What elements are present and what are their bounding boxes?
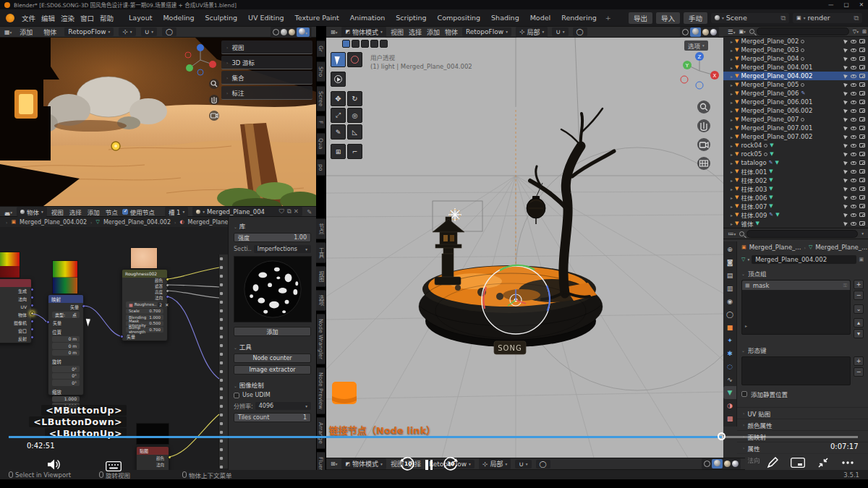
menu-item[interactable]: 添加 — [427, 27, 440, 37]
outliner-row[interactable]: ▸ ▼ Merged_Plane_002 ✎ ▼ — [723, 37, 868, 46]
outliner-row[interactable]: ▸ ▼ Merged_Plane_004.001 ✎ ▼ — [723, 63, 868, 72]
properties-tab[interactable]: ✦ — [723, 334, 736, 347]
mode-icon-weight[interactable] — [380, 40, 388, 48]
value-slot[interactable]: 0 m — [52, 336, 80, 343]
paint-panel-title[interactable]: ⌄ 图像绘制 — [234, 380, 311, 389]
mode-dropdown[interactable]: ◩物体模式▾ — [341, 458, 386, 469]
value-row[interactable]: Bump strength0.700 — [126, 327, 163, 333]
menu-item[interactable]: 渲染 — [58, 13, 77, 23]
hide-viewport-icon[interactable] — [851, 222, 856, 226]
value-slot[interactable]: 0° — [52, 380, 80, 386]
menu-item[interactable]: 添加 — [88, 207, 100, 216]
clipped-node[interactable]: 贴图 颜色法向 — [136, 446, 169, 470]
side-tab[interactable]: 工具 — [316, 242, 326, 263]
workspace-tab[interactable]: Layout — [124, 12, 157, 24]
workspace-tab[interactable]: Rendering — [556, 12, 602, 24]
selectable-toggle-icon[interactable] — [843, 134, 848, 139]
image-selector[interactable]: ▦Roughnes..2✕ — [126, 301, 163, 308]
blender-menu-icon[interactable] — [6, 14, 14, 22]
orientation-dropdown[interactable]: ⊹▾ — [119, 27, 135, 36]
miniplayer-button[interactable] — [817, 457, 829, 468]
orientation-dropdown[interactable]: ⊹局部▾ — [516, 27, 548, 38]
outliner-row[interactable]: ▸ ▼ Merged_Plane_007.001 ✎ ▼ — [723, 124, 868, 132]
skip-back-button[interactable]: 10 — [399, 455, 415, 471]
side-tab[interactable]: Node Wrangler — [317, 314, 326, 364]
outliner-row[interactable]: ▸ ▼ Merged_Plane_006 ✎ ▼ — [723, 89, 868, 98]
selectable-toggle-icon[interactable] — [843, 47, 848, 52]
hide-render-icon[interactable] — [859, 195, 865, 200]
outliner-row[interactable]: ▸ ▼ Merged_Plane_007 ✎ ▼ — [723, 115, 868, 124]
properties-tab[interactable]: ◙ — [723, 256, 736, 269]
hide-viewport-icon[interactable] — [851, 153, 856, 156]
select-box-tool[interactable] — [331, 52, 346, 67]
selectable-toggle-icon[interactable] — [843, 203, 848, 208]
hide-render-icon[interactable] — [859, 134, 865, 139]
outliner-row[interactable]: ▸ ▼ Merged_Plane_004.002 ✎ ▼ — [723, 72, 868, 80]
use-nodes-toggle[interactable]: 使用节点 — [122, 207, 155, 216]
hide-viewport-icon[interactable] — [851, 161, 856, 165]
outliner-row[interactable]: ▸ ▼ Merged_Plane_003 ✎ ▼ — [723, 46, 868, 54]
mode-icon-paint[interactable] — [370, 40, 378, 48]
slot-dropdown[interactable]: 槽 1▾ — [165, 207, 188, 217]
side-tab[interactable]: Node Preview — [317, 367, 326, 414]
wireframe-shading-icon[interactable] — [682, 29, 689, 35]
hide-viewport-icon[interactable] — [851, 92, 856, 95]
rendered-shading-icon[interactable] — [710, 29, 717, 35]
hide-viewport-icon[interactable] — [851, 179, 856, 182]
side-tab[interactable]: 节点 — [316, 218, 326, 239]
import-button[interactable]: 导入 — [656, 12, 680, 24]
properties-tab[interactable]: ▤ — [723, 269, 736, 282]
properties-tab[interactable]: ∿ — [723, 373, 736, 386]
view-layer-selector[interactable]: ▣▾render⧉ — [793, 13, 862, 23]
menu-item[interactable]: 窗口 — [77, 13, 97, 23]
orientation-dropdown[interactable]: ⊹局部▾ — [479, 458, 511, 469]
material-shading-icon[interactable] — [702, 29, 709, 35]
move-tool[interactable]: ✥ — [331, 91, 346, 106]
selectable-toggle-icon[interactable] — [843, 73, 848, 78]
editor-type-icon[interactable]: ⊞▾ — [331, 29, 337, 35]
selectable-toggle-icon[interactable] — [843, 125, 848, 130]
selectable-toggle-icon[interactable] — [843, 38, 848, 43]
proportional-edit-toggle[interactable]: ◯ — [536, 460, 550, 468]
hide-viewport-icon[interactable] — [851, 109, 856, 113]
hide-render-icon[interactable] — [859, 117, 865, 121]
hide-render-icon[interactable] — [859, 204, 865, 208]
side-tab[interactable]: 视图 — [316, 266, 326, 287]
hide-render-icon[interactable] — [859, 48, 865, 52]
viewport-nav-icons[interactable] — [207, 78, 221, 123]
add-cube-tool[interactable]: ⊞ — [331, 144, 346, 159]
outliner-row[interactable]: ▸ ▼ 锥体 ✎ ▼ — [723, 219, 868, 228]
solid-shading-active[interactable] — [690, 27, 701, 37]
material-shading-icon[interactable] — [289, 29, 295, 35]
vertex-groups-title[interactable]: ⌄顶点组 — [741, 269, 864, 278]
rendered-shading-active[interactable]: ▾ — [297, 27, 310, 37]
remove-shape-key-button[interactable]: − — [854, 367, 864, 377]
outliner-row[interactable]: ▸ ▼ tatalogo ✎ ▼ — [723, 158, 868, 167]
menu-item[interactable]: 节点 — [106, 207, 118, 216]
filter-icon[interactable]: ▽▾ — [853, 29, 859, 35]
side-tab[interactable]: Sho — [317, 61, 326, 82]
editor-type-icon[interactable]: ▦▾ — [4, 29, 12, 35]
more-options-button[interactable] — [841, 461, 854, 465]
rest-position-toggle[interactable]: 添加静置位置 — [741, 390, 864, 398]
hide-render-icon[interactable] — [859, 178, 865, 182]
maximize-button[interactable]: □ — [844, 1, 849, 8]
outliner-search-input[interactable] — [757, 27, 849, 35]
hide-render-icon[interactable] — [859, 143, 865, 147]
hide-render-icon[interactable] — [859, 56, 865, 61]
annotate-tool[interactable]: ✎ — [331, 124, 346, 140]
mapping-node[interactable]: 映射 矢量 类型:点 矢量 位置 0 m0 m0 m 旋转 0°0°0° 缩放 … — [48, 294, 84, 395]
roughness-node[interactable]: Roughness002 颜色遮罩高度法向 ▦Roughnes..2✕ Scal… — [122, 269, 168, 341]
properties-tab[interactable]: ⊕ — [723, 243, 736, 256]
outliner-row[interactable]: ▸ ▼ Merged_Plane_007.002 ✎ ▼ — [723, 132, 868, 141]
material-selector[interactable]: ▾Merged_Plane_004🛡⧉✕ — [192, 207, 302, 216]
new-collection-icon[interactable]: ⊞ — [862, 29, 867, 35]
hide-viewport-icon[interactable] — [851, 57, 856, 61]
hide-viewport-icon[interactable] — [851, 127, 856, 130]
hide-render-icon[interactable] — [859, 221, 865, 226]
main-3d-viewport[interactable]: SONG — [326, 38, 723, 458]
mode-icon-object[interactable] — [342, 40, 350, 48]
shader-type-dropdown[interactable]: 物体▾ — [17, 207, 47, 217]
hide-viewport-icon[interactable] — [851, 170, 856, 174]
workspace-tab[interactable]: Sculpting — [200, 12, 242, 24]
